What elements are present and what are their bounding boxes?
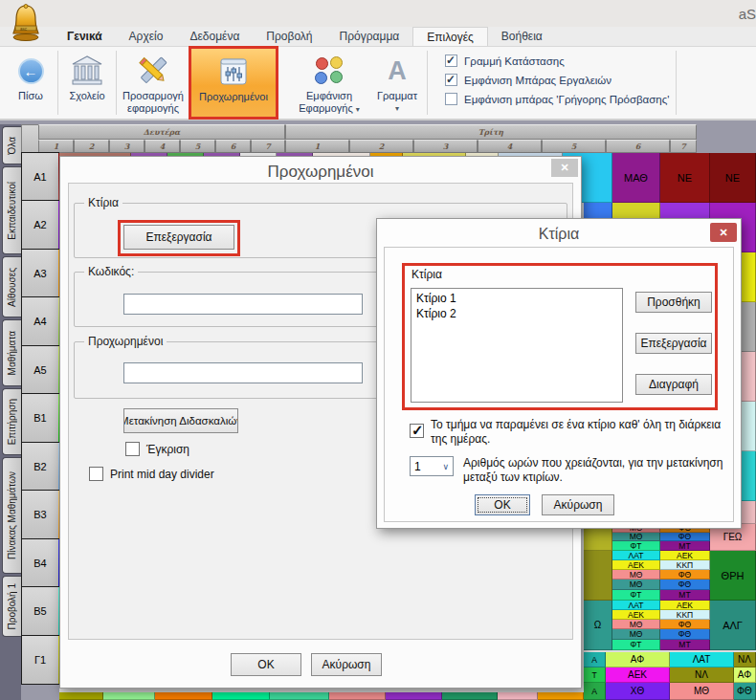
lesson-cell[interactable]: Α bbox=[584, 683, 606, 700]
buildings-listbox[interactable]: Κτίριο 1Κτίριο 2 bbox=[411, 288, 623, 403]
lesson-cell[interactable]: ΦΤ bbox=[612, 541, 660, 551]
lesson-cell[interactable]: ΛΑΤ bbox=[612, 551, 660, 560]
lesson-cell[interactable] bbox=[538, 692, 584, 700]
close-icon[interactable]: ✕ bbox=[710, 223, 737, 242]
lesson-cell[interactable]: ΑΕΚ bbox=[660, 551, 710, 560]
lesson-cell[interactable] bbox=[59, 692, 103, 700]
hours-select-value: 1 bbox=[414, 460, 421, 473]
lesson-cell[interactable]: ΦΘ bbox=[660, 629, 710, 640]
delete-building-button[interactable]: Διαγραφή bbox=[635, 374, 712, 395]
lesson-cell[interactable]: ΜΤ bbox=[660, 541, 710, 551]
chevron-down-icon: ∨ bbox=[442, 462, 449, 471]
lesson-cell[interactable]: ΦΤ bbox=[612, 640, 660, 650]
lesson-cell[interactable]: ΝΕ bbox=[710, 153, 756, 203]
lesson-cell[interactable]: ΜΘ bbox=[670, 683, 734, 700]
lesson-cell[interactable]: ΑΕΚ bbox=[612, 610, 660, 620]
lesson-cell[interactable]: ΜΘ bbox=[612, 570, 660, 580]
lesson-cell[interactable]: Ω bbox=[584, 601, 612, 650]
lesson-cell[interactable]: ΑΕΚ bbox=[660, 601, 710, 610]
lesson-cell[interactable]: ΘΡΗ bbox=[710, 551, 756, 601]
cancel-button[interactable]: Ακύρωση bbox=[542, 494, 614, 515]
advanced-input[interactable] bbox=[123, 362, 363, 383]
code-group-label: Κωδικός: bbox=[84, 265, 138, 278]
ok-button[interactable]: OK bbox=[231, 653, 301, 676]
stay-in-building-checkbox[interactable] bbox=[410, 424, 424, 438]
advanced-group-label: Προχωρημένοι bbox=[84, 335, 167, 348]
buildings-list-label: Κτίρια bbox=[411, 268, 442, 282]
close-icon[interactable]: ✕ bbox=[551, 159, 578, 177]
ok-button[interactable]: OK bbox=[475, 494, 530, 515]
edit-building-button[interactable]: Επεξεργασία bbox=[635, 333, 712, 354]
lesson-cell[interactable]: ΧΘ bbox=[606, 683, 670, 700]
lesson-cell[interactable]: ΦΘ bbox=[660, 620, 710, 629]
lesson-cell[interactable]: ΛΑΤ bbox=[670, 652, 734, 667]
lesson-cell[interactable]: ΝΛ bbox=[670, 667, 734, 683]
add-building-button[interactable]: Προσθήκη bbox=[635, 292, 712, 313]
lesson-cell[interactable]: Α bbox=[584, 652, 606, 667]
lesson-cell[interactable] bbox=[155, 692, 212, 700]
asc-timetables-window: aS asc ΓενικάΑρχείοΔεδομέναΠροβολήΠρόγρα… bbox=[0, 0, 756, 700]
buildings-dialog: Κτίρια ✕ Κτίρια Κτίριο 1Κτίριο 2 Προσθήκ… bbox=[376, 218, 742, 529]
move-lessons-button[interactable]: Μετακίνηση Διδασκαλιών bbox=[123, 408, 238, 433]
print-divider-checkbox-label: Print mid day divider bbox=[110, 468, 214, 482]
print-divider-checkbox[interactable] bbox=[89, 467, 103, 481]
lesson-cell[interactable]: ΚΚΠ bbox=[660, 560, 710, 570]
lesson-cell[interactable]: ΝΛ bbox=[734, 652, 756, 667]
lesson-cell[interactable]: ΜΑΘ bbox=[612, 153, 660, 203]
lesson-cell[interactable]: ΑΦ bbox=[606, 652, 670, 667]
buildings-dialog-title: Κτίρια bbox=[377, 226, 741, 243]
lesson-cell[interactable]: ΦΘ bbox=[660, 570, 710, 580]
lesson-cell[interactable]: ΜΘ bbox=[612, 580, 660, 590]
lesson-cell[interactable]: ΦΤ bbox=[612, 590, 660, 601]
lesson-cell[interactable]: ΜΘ bbox=[612, 629, 660, 640]
hours-select[interactable]: 1 ∨ bbox=[410, 456, 454, 476]
advanced-dialog-title: Προχωρημένοι bbox=[60, 163, 581, 182]
lesson-cell[interactable] bbox=[212, 692, 270, 700]
lesson-cell[interactable] bbox=[103, 692, 155, 700]
lesson-cell[interactable] bbox=[584, 551, 612, 601]
lesson-cell[interactable] bbox=[386, 692, 442, 700]
lesson-cell[interactable]: ΑΛΓ bbox=[710, 601, 756, 650]
edit-buildings-button[interactable]: Επεξεργασία bbox=[123, 225, 234, 250]
code-input[interactable] bbox=[123, 294, 363, 315]
approval-checkbox[interactable] bbox=[125, 442, 140, 456]
lesson-cell[interactable]: ΑΦ bbox=[734, 667, 756, 683]
cancel-button[interactable]: Ακύρωση bbox=[311, 653, 382, 676]
lesson-cell[interactable]: ΑΕΚ bbox=[606, 667, 670, 683]
lesson-cell[interactable] bbox=[442, 692, 498, 700]
lesson-cell[interactable]: Τ bbox=[584, 667, 606, 683]
building-list-item[interactable]: Κτίριο 2 bbox=[411, 306, 622, 321]
buildings-group-label: Κτίρια bbox=[84, 196, 122, 209]
lesson-cell[interactable]: ΑΕΚ bbox=[612, 560, 660, 570]
lesson-cell[interactable]: ΜΤ bbox=[660, 590, 710, 601]
building-list-item[interactable]: Κτίριο 1 bbox=[411, 291, 622, 306]
hours-label: Αριθμός ωρών που χρειάζονται, για την με… bbox=[463, 456, 729, 485]
lesson-cell[interactable] bbox=[329, 692, 386, 700]
lesson-cell[interactable]: ΦΘ bbox=[660, 580, 710, 590]
lesson-cell[interactable]: ΚΚΠ bbox=[660, 610, 710, 620]
asc-bell-logo-icon: asc bbox=[10, 3, 42, 41]
lesson-cell[interactable]: ΜΘ bbox=[612, 533, 660, 541]
stay-in-building-label: Το τμήμα να παραμένει σε ένα κτίριο καθ'… bbox=[431, 418, 722, 447]
lesson-cell[interactable]: ΜΘ bbox=[612, 620, 660, 629]
lesson-cell[interactable]: ΝΕ bbox=[660, 153, 710, 203]
approval-checkbox-label: Έγκριση bbox=[146, 443, 189, 457]
lesson-cell[interactable] bbox=[270, 692, 329, 700]
lesson-cell[interactable]: ΦΘ bbox=[734, 683, 756, 700]
svg-text:asc: asc bbox=[20, 27, 28, 32]
lesson-cell[interactable] bbox=[498, 692, 538, 700]
lesson-cell[interactable]: ΛΑΤ bbox=[612, 601, 660, 610]
lesson-cell[interactable]: ΜΤ bbox=[660, 640, 710, 650]
lesson-cell[interactable]: ΦΘ bbox=[660, 533, 710, 541]
